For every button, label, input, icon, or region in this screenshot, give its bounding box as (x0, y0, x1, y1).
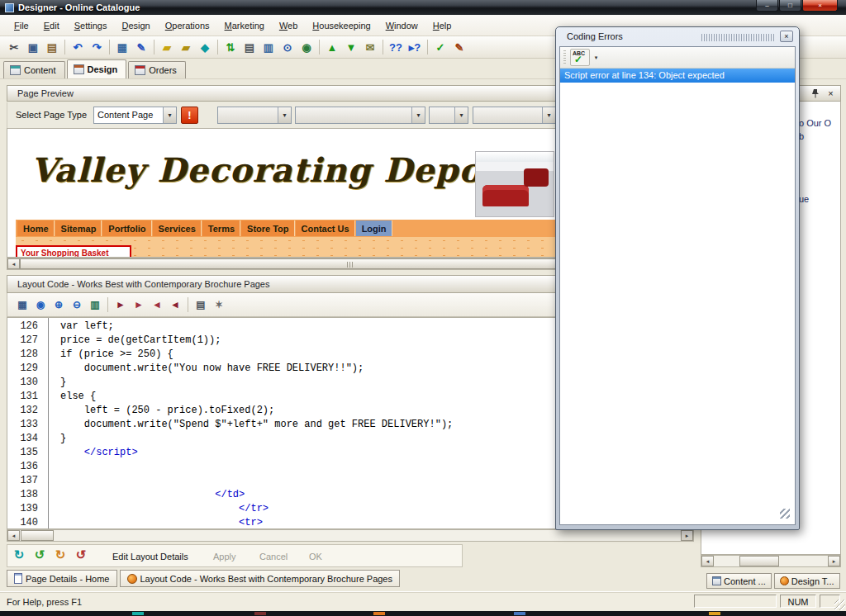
context-help-icon[interactable]: ▸? (406, 38, 424, 56)
code-horizontal-scrollbar[interactable]: ◂ ▸ (7, 529, 694, 542)
style-combobox[interactable]: ▾ (217, 107, 292, 124)
refresh-page-icon[interactable]: ↺ (32, 547, 47, 562)
edit-layout-details-button[interactable]: Edit Layout Details (112, 552, 188, 562)
scrollbar-thumb[interactable] (739, 556, 779, 566)
taskbar-item[interactable] (709, 612, 720, 615)
tab-orders[interactable]: Orders (128, 61, 186, 78)
zoom-in-icon[interactable]: ⊕ (50, 296, 67, 313)
help-icon[interactable]: ?? (387, 38, 405, 56)
tab-content-panel[interactable]: Content ... (706, 573, 772, 589)
menu-item-operations[interactable]: Operations (158, 17, 217, 34)
size-combobox[interactable]: ▾ (429, 107, 468, 124)
preview-nav-home[interactable]: Home (17, 220, 55, 236)
scroll-left-icon[interactable]: ◂ (701, 556, 714, 566)
search-doc-icon[interactable]: ⊙ (278, 38, 297, 56)
copy-icon[interactable]: ▣ (24, 38, 42, 56)
scroll-left-icon[interactable]: ◂ (7, 530, 20, 541)
ink-drop-icon[interactable]: ◆ (196, 38, 214, 56)
window-resize-grip[interactable] (780, 509, 790, 519)
rotate-layout-icon[interactable]: ↻ (53, 547, 68, 562)
pin-icon[interactable] (810, 88, 820, 98)
paste-icon[interactable]: ▤ (43, 38, 61, 56)
menu-item-help[interactable]: Help (425, 17, 459, 34)
insert-field-icon[interactable]: ▥ (87, 296, 103, 313)
menu-item-housekeeping[interactable]: Housekeeping (305, 17, 378, 34)
scroll-right-icon[interactable]: ▸ (828, 556, 840, 566)
tools-icon[interactable]: ✶ (211, 296, 227, 313)
menu-item-settings[interactable]: Settings (67, 17, 115, 34)
bookmark-clear-icon[interactable]: ◄ (167, 296, 183, 313)
preview-nav-login[interactable]: Login (356, 220, 392, 236)
edit-pencil-icon[interactable]: ✎ (132, 38, 150, 56)
globe-icon[interactable]: ◉ (297, 38, 316, 56)
coding-errors-titlebar[interactable]: Coding Errors × (556, 27, 799, 45)
resize-grip[interactable] (834, 599, 845, 610)
preview-nav-contact-us[interactable]: Contact Us (296, 220, 355, 236)
preview-nav-portfolio[interactable]: Portfolio (102, 220, 151, 236)
spell-check-icon[interactable]: ✓ (431, 38, 449, 56)
zoom-out-icon[interactable]: ⊖ (69, 296, 85, 313)
theme-combobox[interactable]: ▾ (473, 107, 556, 124)
taskbar-item[interactable] (254, 612, 266, 615)
right-panel-close-icon[interactable]: × (825, 88, 836, 98)
preview-nav-store-top[interactable]: Store Top (241, 220, 295, 236)
tab-page-details[interactable]: Page Details - Home (7, 570, 117, 587)
sync-icon[interactable]: ⇅ (221, 38, 240, 56)
menu-item-file[interactable]: File (7, 17, 36, 34)
taskbar-item[interactable] (373, 612, 385, 615)
scroll-left-icon[interactable]: ◂ (7, 258, 20, 269)
print-icon[interactable]: ▤ (240, 38, 259, 56)
maximize-button[interactable]: □ (779, 0, 801, 12)
menu-item-web[interactable]: Web (272, 17, 305, 34)
upload-icon[interactable]: ▲ (323, 38, 341, 56)
layout-combobox[interactable]: ▾ (295, 107, 425, 124)
chevron-down-icon[interactable]: ▾ (592, 49, 601, 66)
cut-icon[interactable]: ✂ (5, 38, 23, 56)
close-button[interactable]: × (802, 0, 838, 12)
menu-item-marketing[interactable]: Marketing (217, 17, 272, 34)
email-icon[interactable]: ✉ (361, 38, 379, 56)
tab-design-panel[interactable]: Design T... (774, 573, 840, 589)
layout-grid-icon[interactable]: ▦ (14, 296, 31, 313)
taskbar-item[interactable] (132, 612, 144, 615)
preview-nav-terms[interactable]: Terms (202, 220, 240, 236)
menu-item-edit[interactable]: Edit (36, 17, 67, 34)
ok-button[interactable]: OK (309, 552, 322, 562)
coding-errors-close-button[interactable]: × (780, 31, 793, 42)
minimize-button[interactable]: – (756, 0, 778, 12)
tab-content[interactable]: Content (3, 61, 65, 78)
right-panel-scrollbar[interactable]: ◂ ▸ (701, 555, 841, 567)
refresh-layout-icon[interactable]: ↺ (74, 547, 88, 562)
chevron-down-icon: ▾ (278, 107, 291, 123)
coding-error-item[interactable]: Script error at line 134: Object expecte… (560, 69, 795, 83)
preview-page-icon[interactable]: ◉ (32, 296, 49, 313)
cancel-button[interactable]: Cancel (259, 552, 288, 562)
rotate-page-icon[interactable]: ↻ (12, 547, 26, 562)
scroll-right-icon[interactable]: ▸ (681, 530, 693, 541)
check-script-icon[interactable]: ABC ✓ (570, 49, 590, 66)
preview-nav-services[interactable]: Services (153, 220, 202, 236)
download-icon[interactable]: ▼ (342, 38, 360, 56)
scrollbar-thumb[interactable] (21, 530, 54, 541)
bookmark-prev-icon[interactable]: ◄ (149, 296, 165, 313)
print-preview-icon[interactable]: ▥ (259, 38, 278, 56)
tab-layout-code[interactable]: Layout Code - Works Best with Contempora… (120, 570, 401, 587)
database-icon[interactable]: ▰ (158, 38, 176, 56)
bookmark-next-icon[interactable]: ► (131, 296, 147, 313)
print-code-icon[interactable]: ▤ (192, 296, 209, 313)
preview-nav-sitemap[interactable]: Sitemap (55, 220, 102, 236)
redo-icon[interactable]: ↷ (88, 38, 106, 56)
link-check-icon[interactable]: ✎ (450, 38, 468, 56)
bookmark-toggle-icon[interactable]: ► (112, 296, 129, 313)
design-tab-icon (74, 64, 84, 74)
page-type-combobox[interactable]: Content Page ▾ (93, 107, 177, 124)
display-icon[interactable]: ▦ (113, 38, 131, 56)
taskbar-item[interactable] (514, 612, 525, 615)
tab-design[interactable]: Design (67, 59, 127, 78)
menu-item-window[interactable]: Window (378, 17, 425, 34)
warning-button[interactable]: ! (181, 107, 198, 124)
database-add-icon[interactable]: ▰ (177, 38, 195, 56)
undo-icon[interactable]: ↶ (69, 38, 87, 56)
apply-button[interactable]: Apply (213, 552, 236, 562)
menu-item-design[interactable]: Design (114, 17, 157, 34)
